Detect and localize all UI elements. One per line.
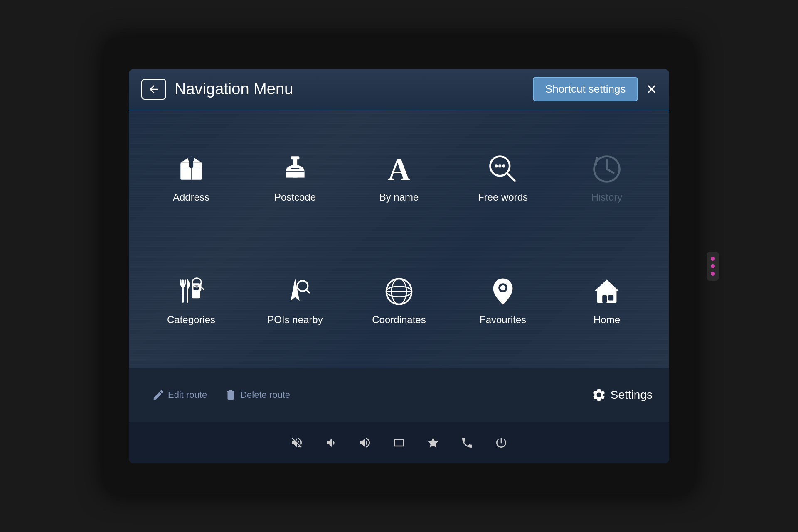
header: Navigation Menu Shortcut settings ×	[129, 69, 669, 110]
nav-item-pois[interactable]: POIs nearby	[245, 241, 345, 360]
phone-button[interactable]	[461, 436, 474, 449]
nav-label-categories: Categories	[167, 314, 215, 326]
nav-label-address: Address	[173, 191, 209, 203]
settings-label: Settings	[611, 388, 653, 402]
back-button[interactable]	[141, 79, 166, 100]
svg-rect-11	[291, 156, 300, 159]
history-icon	[590, 152, 623, 186]
nav-label-postcode: Postcode	[274, 191, 316, 203]
svg-point-2	[188, 156, 194, 162]
window-button[interactable]	[392, 436, 406, 449]
nav-item-history[interactable]: History	[557, 119, 657, 237]
svg-line-14	[507, 173, 515, 181]
volume-down-button[interactable]	[324, 436, 337, 449]
close-button[interactable]: ×	[646, 81, 657, 98]
side-dot-1	[711, 257, 715, 261]
delete-route-label: Delete route	[240, 390, 290, 400]
nav-item-address[interactable]: Address	[141, 119, 241, 237]
power-button[interactable]	[495, 436, 508, 449]
volume-up-button[interactable]	[358, 436, 372, 449]
nav-label-history: History	[591, 191, 623, 203]
svg-point-17	[502, 164, 505, 167]
svg-line-33	[306, 290, 309, 293]
side-dot-3	[711, 272, 715, 276]
svg-rect-43	[608, 295, 614, 301]
svg-point-39	[500, 285, 506, 291]
byname-icon: A	[382, 152, 416, 186]
nav-label-coordinates: Coordinates	[372, 314, 426, 326]
pois-icon	[278, 275, 312, 308]
nav-item-coordinates[interactable]: Coordinates	[349, 241, 449, 360]
bottom-actions: Edit route Delete route	[145, 385, 591, 405]
svg-marker-40	[595, 279, 619, 291]
nav-item-byname[interactable]: A By name	[349, 119, 449, 237]
svg-point-16	[498, 164, 501, 167]
main-content: Address	[129, 110, 669, 368]
shortcut-settings-button[interactable]: Shortcut settings	[533, 77, 638, 101]
favourites-icon	[486, 275, 520, 308]
svg-rect-9	[291, 168, 300, 169]
nav-item-postcode[interactable]: Postcode	[245, 119, 345, 237]
home-icon	[590, 275, 623, 308]
nav-item-favourites[interactable]: Favourites	[453, 241, 553, 360]
nav-item-freewords[interactable]: Free words	[453, 119, 553, 237]
favourite-button[interactable]	[426, 436, 440, 449]
delete-route-button[interactable]: Delete route	[218, 385, 297, 405]
address-icon	[175, 152, 208, 186]
nav-label-byname: By name	[379, 191, 419, 203]
system-toolbar	[129, 422, 669, 463]
nav-label-home: Home	[594, 314, 620, 326]
categories-icon	[175, 275, 208, 308]
edit-route-label: Edit route	[168, 390, 207, 400]
page-title: Navigation Menu	[175, 80, 533, 98]
device-frame: Navigation Menu Shortcut settings ×	[104, 38, 694, 495]
postcode-icon	[278, 152, 312, 186]
coordinates-icon	[382, 275, 416, 308]
edit-route-button[interactable]: Edit route	[145, 385, 214, 405]
svg-rect-7	[286, 171, 304, 177]
svg-rect-8	[286, 171, 304, 172]
svg-point-15	[495, 164, 498, 167]
nav-item-categories[interactable]: Categories	[141, 241, 241, 360]
nav-label-pois: POIs nearby	[267, 314, 323, 326]
nav-grid: Address	[141, 119, 657, 360]
svg-rect-42	[602, 295, 607, 303]
side-dot-2	[711, 264, 715, 268]
mute-button[interactable]	[290, 436, 303, 449]
svg-text:A: A	[388, 154, 410, 184]
side-controls	[707, 252, 719, 281]
nav-label-favourites: Favourites	[480, 314, 526, 326]
nav-item-home[interactable]: Home	[557, 241, 657, 360]
freewords-icon	[486, 152, 520, 186]
screen: Navigation Menu Shortcut settings ×	[129, 69, 669, 463]
svg-line-20	[607, 169, 613, 173]
settings-button[interactable]: Settings	[591, 387, 653, 402]
nav-label-freewords: Free words	[478, 191, 528, 203]
bottom-bar: Edit route Delete route Settings	[129, 368, 669, 422]
